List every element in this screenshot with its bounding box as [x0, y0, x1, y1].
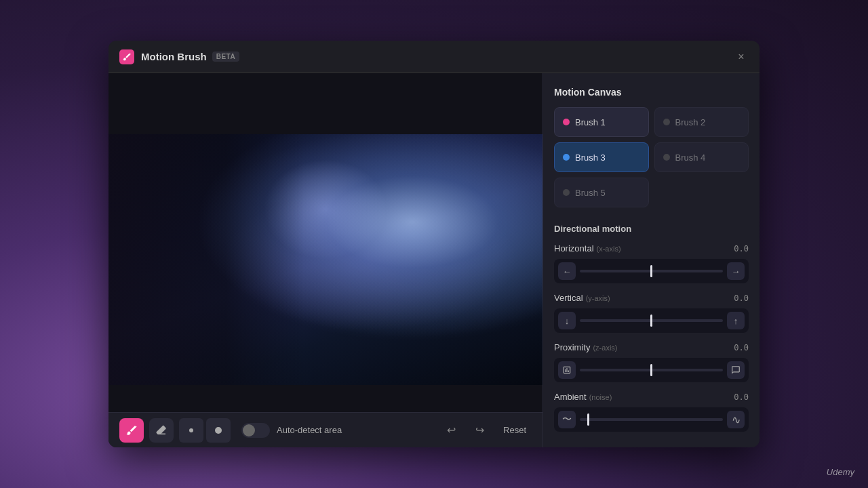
canvas-image[interactable]: [108, 134, 542, 385]
eraser-icon: [155, 424, 167, 436]
horizontal-slider-header: Horizontal (x-axis) 0.0: [554, 243, 749, 253]
vertical-slider-row: ↓ ↑: [554, 308, 749, 333]
brush-grid: Brush 1 Brush 2 Brush 3 Brush 4: [554, 107, 749, 207]
vertical-sublabel: (y-axis): [586, 294, 610, 302]
left-panel: Auto-detect area ↩ ↪ Reset: [108, 73, 542, 447]
brush-1-button[interactable]: Brush 1: [554, 107, 649, 137]
ambient-slider-header: Ambient (noise) 0.0: [554, 392, 749, 402]
vertical-thumb[interactable]: [650, 314, 652, 327]
brush-3-dot: [563, 154, 570, 161]
canvas-content: [108, 134, 542, 385]
auto-detect-label: Auto-detect area: [277, 425, 342, 435]
proximity-slider-row: [554, 358, 749, 382]
brush-icon: [122, 52, 132, 62]
erase-tool-button[interactable]: [149, 418, 174, 443]
horizontal-track[interactable]: [580, 270, 723, 272]
brush-1-dot: [563, 119, 570, 125]
horizontal-right-arrow[interactable]: →: [727, 262, 745, 280]
horizontal-slider-row: ← →: [554, 259, 749, 283]
proximity-value: 0.0: [734, 343, 749, 352]
brush-5-dot: [563, 189, 570, 196]
large-dot: [215, 427, 222, 434]
canvas-bottom-area: [108, 385, 542, 412]
brush-tool-button[interactable]: [119, 418, 144, 443]
canvas-top-area: [108, 73, 542, 134]
main-content: Auto-detect area ↩ ↪ Reset Motion Canvas…: [108, 73, 760, 447]
brush-2-label: Brush 2: [675, 117, 706, 127]
toolbar-right: ↩ ↪ Reset: [441, 420, 532, 441]
horizontal-label: Horizontal: [554, 243, 594, 253]
proximity-right-icon[interactable]: [727, 361, 745, 379]
brush-3-label: Brush 3: [575, 152, 606, 163]
vertical-track[interactable]: [580, 319, 723, 322]
brush-2-dot: [663, 119, 670, 125]
vertical-up-arrow[interactable]: ↑: [727, 312, 745, 329]
auto-detect-toggle[interactable]: [241, 423, 270, 438]
close-button[interactable]: ×: [734, 49, 749, 64]
ambient-label: Ambient: [554, 392, 587, 402]
brush-5-button[interactable]: Brush 5: [554, 178, 649, 207]
brush-3-button[interactable]: Brush 3: [554, 142, 649, 172]
ambient-value: 0.0: [734, 392, 749, 402]
ambient-right-icon[interactable]: ∿: [727, 411, 745, 428]
ambient-sublabel: (noise): [589, 393, 612, 401]
brush-4-label: Brush 4: [675, 152, 706, 163]
app-icon: [119, 49, 134, 64]
proximity-thumb[interactable]: [650, 364, 652, 376]
motion-canvas-title: Motion Canvas: [554, 87, 749, 98]
brush-4-dot: [663, 154, 670, 161]
vertical-slider-group: Vertical (y-axis) 0.0 ↓ ↑: [554, 293, 749, 333]
udemy-badge: Udemy: [827, 467, 854, 477]
toggle-knob: [243, 424, 255, 436]
brush-1-label: Brush 1: [575, 117, 606, 127]
brush-4-button[interactable]: Brush 4: [654, 142, 749, 172]
paint-brush-icon: [125, 424, 138, 436]
app-title: Motion Brush: [141, 51, 207, 62]
right-panel: Motion Canvas Brush 1 Brush 2 Brush 3: [542, 73, 760, 447]
ambient-track[interactable]: [580, 418, 723, 421]
brush-5-label: Brush 5: [575, 188, 606, 198]
vertical-label: Vertical: [554, 293, 583, 303]
directional-motion-title: Directional motion: [554, 224, 749, 234]
proximity-sublabel: (z-axis): [593, 344, 617, 352]
redo-button[interactable]: ↪: [469, 420, 490, 441]
auto-detect-toggle-group: Auto-detect area: [241, 423, 342, 438]
proximity-track[interactable]: [580, 369, 723, 371]
tool-size-buttons: [179, 418, 231, 443]
small-brush-size[interactable]: [179, 418, 203, 443]
horizontal-value: 0.0: [734, 244, 749, 253]
undo-button[interactable]: ↩: [441, 420, 461, 441]
toolbar: Auto-detect area ↩ ↪ Reset: [108, 412, 542, 447]
ambient-thumb[interactable]: [587, 413, 589, 426]
ambient-left-icon[interactable]: 〜: [558, 411, 576, 428]
directional-motion-section: Directional motion Horizontal (x-axis) 0…: [554, 224, 749, 441]
small-dot: [189, 428, 193, 432]
beta-badge: BETA: [212, 52, 239, 62]
vertical-value: 0.0: [734, 293, 749, 303]
proximity-slider-group: Proximity (z-axis) 0.0: [554, 342, 749, 382]
vertical-slider-header: Vertical (y-axis) 0.0: [554, 293, 749, 303]
proximity-left-icon[interactable]: [558, 361, 576, 379]
proximity-slider-header: Proximity (z-axis) 0.0: [554, 342, 749, 352]
proximity-label: Proximity: [554, 342, 590, 352]
title-bar: Motion Brush BETA ×: [108, 41, 760, 73]
ambient-slider-group: Ambient (noise) 0.0 〜 ∿: [554, 392, 749, 432]
horizontal-slider-group: Horizontal (x-axis) 0.0 ← →: [554, 243, 749, 283]
large-brush-size[interactable]: [206, 418, 231, 443]
brush-2-button[interactable]: Brush 2: [654, 107, 749, 137]
horizontal-thumb[interactable]: [650, 265, 652, 277]
motion-brush-dialog: Motion Brush BETA ×: [108, 41, 760, 447]
reset-button[interactable]: Reset: [498, 422, 532, 438]
horizontal-left-arrow[interactable]: ←: [558, 262, 576, 280]
ambient-slider-row: 〜 ∿: [554, 407, 749, 432]
horizontal-sublabel: (x-axis): [597, 245, 621, 253]
vertical-down-arrow[interactable]: ↓: [558, 312, 576, 329]
